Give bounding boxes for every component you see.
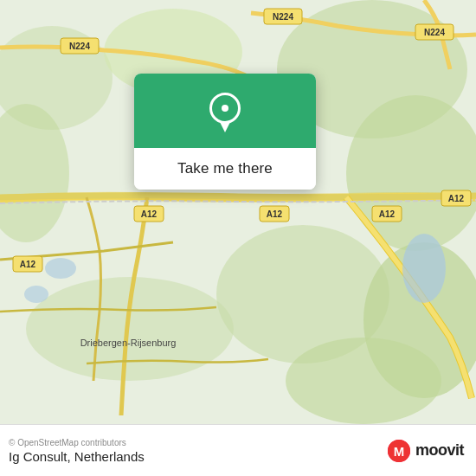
svg-text:M: M: [394, 444, 405, 459]
location-pin-icon: [209, 93, 241, 132]
moovit-logo: M moovit: [387, 439, 464, 463]
moovit-brand-icon: M: [387, 439, 411, 463]
bottom-left: © OpenStreetMap contributors Ig Consult,…: [9, 438, 145, 464]
svg-point-9: [286, 338, 441, 424]
popup-card: Take me there: [134, 74, 316, 190]
svg-point-28: [45, 258, 76, 279]
moovit-brand-name: moovit: [415, 441, 464, 460]
svg-text:N224: N224: [273, 12, 293, 22]
popup-header: [134, 74, 316, 148]
location-name: Ig Consult, Netherlands: [9, 449, 145, 464]
svg-point-29: [24, 286, 48, 303]
svg-text:A12: A12: [141, 209, 158, 219]
svg-point-27: [402, 234, 446, 303]
pin-tail: [220, 122, 230, 132]
svg-text:Driebergen-Rijsenburg: Driebergen-Rijsenburg: [80, 338, 177, 348]
svg-text:N224: N224: [424, 28, 445, 37]
svg-text:N224: N224: [69, 42, 90, 51]
svg-text:A12: A12: [267, 209, 283, 219]
map-area: N224 N224 N224 A12 A12 A12 A12 A12 Drieb…: [0, 0, 476, 424]
svg-text:A12: A12: [20, 260, 36, 269]
svg-text:A12: A12: [448, 194, 465, 203]
app-container: N224 N224 N224 A12 A12 A12 A12 A12 Drieb…: [0, 0, 476, 476]
bottom-bar: © OpenStreetMap contributors Ig Consult,…: [0, 424, 476, 476]
pin-head: [209, 93, 241, 124]
copyright-text: © OpenStreetMap contributors: [9, 438, 145, 447]
map-svg: N224 N224 N224 A12 A12 A12 A12 A12 Drieb…: [0, 0, 476, 424]
take-me-there-button[interactable]: Take me there: [134, 148, 316, 190]
svg-text:A12: A12: [379, 209, 396, 219]
